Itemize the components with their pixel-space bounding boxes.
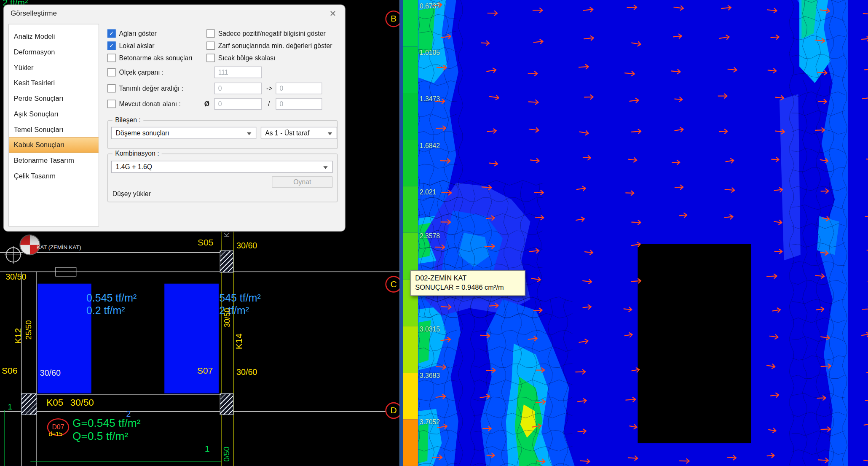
list-item-betonarme-tasar-m[interactable]: Betonarme Tasarım — [9, 153, 99, 169]
checkbox-row: Betonarme aks sonuçları — [107, 54, 193, 62]
scale-value: 3.0315 — [420, 325, 440, 333]
grid-bubble-d[interactable]: D — [385, 402, 399, 419]
color-scale-bar — [403, 0, 418, 466]
column-label-k12[interactable]: K12 — [13, 328, 24, 344]
checkbox-row: ✓Lokal akslar — [107, 42, 155, 50]
surface-dropdown[interactable]: As 1 - Üst taraf — [261, 127, 337, 139]
section-dim-label: 30/60 — [236, 367, 257, 377]
checkbox[interactable] — [206, 30, 215, 38]
slab-thickness-label: d=15 — [49, 431, 63, 437]
checkbox-label: Zarf sonuçlarında min. değerleri göster — [218, 42, 332, 49]
tooltip-title: D02-ZEMİN KAT — [415, 274, 520, 283]
range-min-input[interactable] — [214, 83, 262, 94]
scale-segment — [403, 373, 418, 419]
scale-value: 3.3683 — [420, 372, 440, 380]
column-edge-line — [21, 272, 21, 466]
dialog-titlebar[interactable]: Görselleştirme — [11, 9, 57, 17]
range-arrow-label: -> — [266, 85, 272, 92]
range-max-input[interactable] — [276, 83, 322, 94]
column-section[interactable] — [220, 393, 234, 415]
play-button[interactable]: Oynat — [272, 176, 333, 188]
dimension-number: 2 — [126, 409, 131, 418]
slab-selection-right[interactable] — [164, 284, 219, 393]
list-item--elik-tasar-m[interactable]: Çelik Tasarım — [9, 168, 99, 184]
checkbox-row: Sadece pozitif/negatif bilgisini göster — [206, 30, 326, 38]
beam-label-k05[interactable]: K05 — [46, 397, 63, 408]
slab-load-g-left: 0.545 tf/m² — [86, 292, 137, 304]
rebar-area-row: Mevcut donatı alanı : — [107, 100, 181, 108]
rebar-spacing-input[interactable] — [276, 98, 322, 110]
grid-bubble-c[interactable]: C — [385, 276, 399, 292]
scale-segment — [403, 186, 418, 233]
close-icon[interactable]: ✕ — [330, 9, 337, 19]
scale-value: 1.6842 — [420, 142, 440, 149]
checkbox[interactable] — [206, 54, 215, 62]
play-button-label: Oynat — [293, 178, 311, 186]
result-tooltip: D02-ZEMİN KAT SONUÇLAR = 0.9486 cm²/m — [410, 270, 525, 296]
value-range-row: Tanımlı değer aralığı : — [107, 84, 183, 93]
list-item-a-k-sonu-lar-[interactable]: Aşık Sonuçları — [9, 106, 99, 122]
checkbox[interactable]: ✓ — [107, 30, 116, 38]
checkbox[interactable] — [206, 42, 215, 50]
scale-value: 1.0105 — [420, 49, 440, 57]
grid-bubble-b[interactable]: B — [385, 11, 399, 27]
checkbox-label: Mevcut donatı alanı : — [119, 100, 180, 108]
grid-letter: B — [391, 14, 396, 24]
checkbox-label: Sıcak bölge skalası — [218, 54, 276, 62]
list-item-kesit-tesirleri[interactable]: Kesit Tesirleri — [9, 75, 99, 91]
section-dim-label: 30/60 — [236, 240, 257, 250]
dimension-line-h — [30, 461, 221, 462]
section-dim-label: 30/60 — [40, 368, 61, 377]
column-section[interactable] — [220, 251, 234, 273]
section-dim-label: 30/50 — [70, 397, 94, 408]
category-list: Analiz ModeliDeformasyonYüklerKesit Tesi… — [8, 24, 99, 226]
beam-label-s06[interactable]: S06 — [2, 366, 17, 376]
checkbox[interactable] — [107, 84, 116, 93]
dimension-line-v — [5, 410, 5, 466]
checkbox-label: Ölçek çarpanı : — [119, 68, 163, 76]
beam-label-s05[interactable]: S05 — [198, 238, 213, 248]
grid-letter: C — [391, 279, 397, 289]
fem-contour-view[interactable]: 0.67371.01051.34731.68422.0212.35783.031… — [403, 0, 868, 466]
list-item-analiz-modeli[interactable]: Analiz Modeli — [9, 29, 99, 44]
component-dropdown[interactable]: Döşeme sonuçları — [111, 127, 256, 139]
checkbox[interactable] — [107, 100, 116, 108]
scale-segment — [403, 46, 418, 93]
checkbox[interactable] — [107, 68, 116, 77]
checkbox-row: ✓Ağları göster — [107, 30, 157, 38]
app-window: 2 tf/m² KAT (ZEMİN KAT) S05 30/60 K1 30/… — [0, 0, 868, 466]
slab-load-q-left: 0.2 tf/m² — [86, 305, 125, 317]
rebar-dia-input[interactable] — [214, 98, 262, 110]
diameter-symbol: Ø — [204, 100, 209, 108]
scale-factor-row: Ölçek çarpanı : — [107, 68, 164, 77]
slash-symbol: / — [268, 100, 270, 108]
dimension-number: 1 — [8, 402, 12, 411]
checkbox[interactable]: ✓ — [107, 42, 116, 50]
beam-line — [36, 394, 221, 395]
column-section[interactable] — [21, 393, 37, 415]
component-group-label: Bileşen : — [113, 116, 144, 124]
combination-dropdown[interactable]: 1.4G + 1.6Q — [111, 161, 333, 173]
checkbox-label: Lokal akslar — [119, 42, 154, 49]
slab-g-load-label: G=0.545 tf/m² — [72, 417, 140, 429]
list-item-temel-sonu-lar-[interactable]: Temel Sonuçları — [9, 122, 99, 137]
checkbox-row: Zarf sonuçlarında min. değerleri göster — [206, 42, 332, 50]
wall-outline — [55, 267, 76, 276]
list-item-kabuk-sonu-lar-[interactable]: Kabuk Sonuçları — [9, 137, 99, 153]
beam-label-s07[interactable]: S07 — [197, 366, 213, 376]
list-item-deformasyon[interactable]: Deformasyon — [9, 44, 99, 60]
list-item-perde-sonu-lar-[interactable]: Perde Sonuçları — [9, 91, 99, 106]
column-edge-line — [36, 272, 36, 466]
scale-factor-input[interactable] — [214, 67, 262, 78]
checkbox-label: Tanımlı değer aralığı : — [119, 84, 183, 92]
scale-segment — [403, 0, 418, 46]
slab-load-g-right: 545 tf/m² — [219, 292, 261, 304]
checkbox-label: Sadece pozitif/negatif bilgisini göster — [218, 30, 326, 37]
scale-value: 1.3473 — [420, 95, 440, 103]
grid-letter: D — [391, 406, 397, 416]
section-dim-label: 25/50 — [24, 320, 32, 339]
checkbox[interactable] — [107, 54, 116, 62]
list-item-y-kler[interactable]: Yükler — [9, 60, 99, 75]
column-label-k14[interactable]: K14 — [234, 334, 244, 349]
scale-value: 0.6737 — [420, 2, 440, 10]
